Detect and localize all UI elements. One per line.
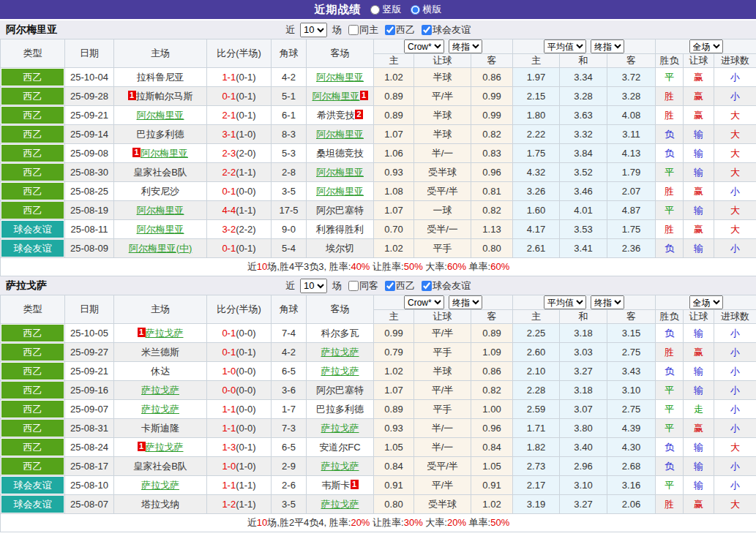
away-team-name[interactable]: 韦斯卡 <box>322 480 351 491</box>
average-select[interactable]: 平均值 <box>544 39 586 53</box>
score-cell: 1-2(1-1) <box>207 495 272 514</box>
home-team-name[interactable]: 皇家社会B队 <box>133 167 187 178</box>
home-team-name[interactable]: 萨拉戈萨 <box>146 442 184 453</box>
home-team-name[interactable]: 阿尔梅里亚 <box>141 148 188 159</box>
home-team-cell: 休达 <box>114 362 207 381</box>
recent-count-select[interactable]: 10 <box>300 279 327 293</box>
home-team-name[interactable]: 巴拉多利德 <box>137 129 184 140</box>
page-title: 近期战绩 <box>315 3 362 17</box>
home-team-name[interactable]: 卡斯迪隆 <box>141 423 179 434</box>
home-team-name[interactable]: 拉科鲁尼亚 <box>137 72 184 83</box>
summary-segment: 20% <box>447 517 466 528</box>
odds-handicap: 半球 <box>414 125 471 144</box>
away-team-name[interactable]: 阿尔巴塞特 <box>316 385 364 396</box>
odds-final-select[interactable]: 终指 <box>449 295 482 309</box>
away-team-name[interactable]: 桑坦德竞技 <box>316 148 364 159</box>
avg-home: 2.25 <box>513 324 560 343</box>
home-team-name[interactable]: 米兰德斯 <box>141 347 179 358</box>
home-team-name[interactable]: 阿尔梅里亚 <box>137 205 184 216</box>
odds-source-select[interactable]: Crow* <box>404 295 444 309</box>
home-team-name[interactable]: 休达 <box>151 366 170 377</box>
same-venue-option[interactable]: 同客 <box>344 279 378 292</box>
home-team-name[interactable]: 阿尔梅里亚 <box>137 224 184 235</box>
friendly-option[interactable]: 球会友谊 <box>417 23 471 37</box>
layout-vertical-option[interactable]: 竖版 <box>370 3 402 16</box>
avg-draw: 3.27 <box>560 362 607 381</box>
away-team-name[interactable]: 阿尔梅里亚 <box>316 72 364 83</box>
away-team-name[interactable]: 阿尔梅里亚 <box>316 167 364 178</box>
average-select[interactable]: 平均值 <box>544 295 586 309</box>
home-team-cell: 皇家社会B队 <box>114 163 207 182</box>
odds-away: 0.96 <box>471 419 513 438</box>
league-option[interactable]: 西乙 <box>381 279 415 292</box>
subcol-6: 胜负 <box>656 54 684 68</box>
home-team-name[interactable]: 塔拉戈纳 <box>141 499 179 510</box>
home-team-cell: 阿尔梅里亚(中) <box>114 239 207 258</box>
result-goals: 大 <box>714 495 756 514</box>
red-card-badge: 1 <box>132 148 141 157</box>
away-team-name[interactable]: 萨拉戈萨 <box>321 461 359 472</box>
away-team-name[interactable]: 科尔多瓦 <box>321 328 359 339</box>
home-team-name[interactable]: 皇家社会B队 <box>133 461 187 472</box>
home-team-name[interactable]: 萨拉戈萨 <box>146 328 184 339</box>
scope-select[interactable]: 全场 <box>689 295 723 309</box>
average-final-select[interactable]: 终指 <box>591 39 624 53</box>
same-venue-checkbox[interactable] <box>348 25 359 35</box>
away-team-name[interactable]: 希洪竞技 <box>317 110 355 121</box>
score-cell: 1-0(1-0) <box>207 457 272 476</box>
away-team-name[interactable]: 巴拉多利德 <box>316 404 364 415</box>
league-checkbox[interactable] <box>385 25 395 35</box>
results-table-holder: 类型日期主场比分(半场)角球客场Crow*终指平均值终指全场主让球客主和客胜负让… <box>0 295 756 532</box>
vertical-layout-radio[interactable] <box>370 5 380 15</box>
home-team-name[interactable]: 拉斯帕尔马斯 <box>136 91 193 102</box>
away-team-name[interactable]: 阿尔梅里亚 <box>316 129 364 140</box>
away-team-cell: 萨拉戈萨 <box>307 495 374 514</box>
match-date: 25-10-04 <box>65 68 114 87</box>
odds-final-select[interactable]: 终指 <box>449 39 482 53</box>
home-team-name[interactable]: 阿尔梅里亚(中) <box>129 243 192 254</box>
avg-home: 4.17 <box>513 220 560 239</box>
odds-away: 0.99 <box>471 87 513 106</box>
home-team-name[interactable]: 利安尼沙 <box>141 186 179 197</box>
avg-away: 2.07 <box>607 182 656 201</box>
scope-select[interactable]: 全场 <box>689 39 723 53</box>
table-row: 西乙25-09-21阿尔梅里亚2-1(0-1)6-1希洪竞技20.89半球0.9… <box>1 106 756 125</box>
avg-home: 2.22 <box>513 125 560 144</box>
fulltime-score: 0-0 <box>222 385 236 396</box>
home-team-name[interactable]: 阿尔梅里亚 <box>137 110 184 121</box>
away-team-name[interactable]: 萨拉戈萨 <box>321 499 359 510</box>
summary-segment: 20% <box>351 517 370 528</box>
odds-away: 0.86 <box>471 362 513 381</box>
away-team-name[interactable]: 萨拉戈萨 <box>321 366 359 377</box>
odds-source-select[interactable]: Crow* <box>404 39 444 53</box>
layout-horizontal-option[interactable]: 横版 <box>411 3 442 16</box>
result-goals: 小 <box>714 239 756 258</box>
league-checkbox[interactable] <box>385 281 395 291</box>
friendly-option[interactable]: 球会友谊 <box>417 279 471 292</box>
avg-draw: 3.28 <box>560 87 607 106</box>
away-team-name[interactable]: 阿尔巴塞特 <box>316 205 364 216</box>
home-team-name[interactable]: 萨拉戈萨 <box>141 480 179 491</box>
home-team-name[interactable]: 萨拉戈萨 <box>141 404 179 415</box>
away-team-name[interactable]: 利雅得胜利 <box>316 224 364 235</box>
same-venue-option[interactable]: 同主 <box>344 23 378 37</box>
friendly-checkbox[interactable] <box>422 281 432 291</box>
away-team-name[interactable]: 阿尔梅里亚 <box>316 186 364 197</box>
away-team-name[interactable]: 阿尔梅里亚 <box>312 91 360 102</box>
horizontal-layout-radio[interactable] <box>411 5 420 15</box>
away-team-name[interactable]: 萨拉戈萨 <box>321 423 359 434</box>
odds-home: 1.02 <box>374 239 414 258</box>
recent-count-select[interactable]: 10 <box>300 23 327 37</box>
same-venue-checkbox[interactable] <box>348 281 359 291</box>
away-team-name[interactable]: 埃尔切 <box>326 243 354 254</box>
average-final-select[interactable]: 终指 <box>591 295 624 309</box>
league-option[interactable]: 西乙 <box>381 23 415 37</box>
away-team-name[interactable]: 安道尔FC <box>319 442 360 453</box>
away-team-name[interactable]: 萨拉戈萨 <box>321 347 359 358</box>
table-row: 西乙25-09-21休达1-0(0-0)6-5萨拉戈萨1.02半球0.862.1… <box>1 362 756 381</box>
friendly-label: 球会友谊 <box>433 23 471 37</box>
summary-segment: 10 <box>257 261 267 272</box>
home-team-name[interactable]: 萨拉戈萨 <box>141 385 179 396</box>
friendly-checkbox[interactable] <box>422 25 432 35</box>
score-cell: 0-1(0-0) <box>207 324 272 343</box>
